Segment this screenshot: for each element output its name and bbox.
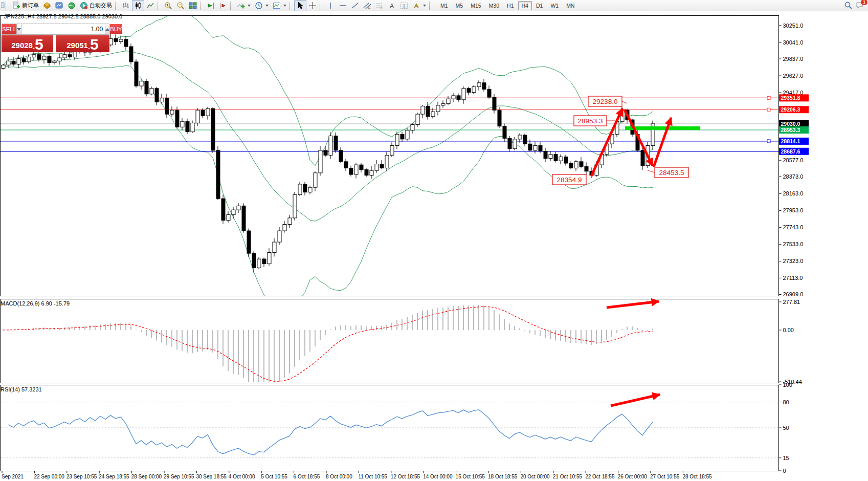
svg-text:28577.0: 28577.0	[783, 157, 804, 163]
timeframe-M1[interactable]: M1	[437, 1, 452, 10]
horizontal-line-tool-button[interactable]	[337, 0, 349, 11]
timeframe-M5[interactable]: M5	[452, 1, 467, 10]
candlestick-chart-button[interactable]	[132, 0, 144, 11]
globe-icon	[68, 2, 76, 10]
clipped-window-icon	[1, 1, 5, 10]
chart-window-button[interactable]	[53, 0, 65, 11]
svg-text:0.00: 0.00	[783, 327, 794, 333]
globe-button[interactable]	[65, 0, 78, 11]
svg-text:11 Oct 10:55: 11 Oct 10:55	[358, 474, 387, 479]
search-icon	[844, 1, 853, 10]
buy-price-big: 5	[90, 37, 99, 52]
sell-price-big: 5	[35, 37, 43, 52]
bar-chart-button[interactable]	[120, 0, 132, 11]
svg-text:277.81: 277.81	[783, 299, 800, 305]
templates-icon	[273, 2, 281, 10]
toolbar-separator	[6, 2, 8, 10]
chevron-down-icon	[283, 5, 286, 7]
svg-text:29627.0: 29627.0	[783, 73, 804, 79]
mt4-window: 新订单 自动交	[0, 0, 868, 481]
zoom-out-icon	[176, 2, 185, 10]
macd-panel	[3, 305, 653, 388]
svg-text:28 Oct 18:55: 28 Oct 18:55	[682, 474, 712, 479]
zoom-out-button[interactable]	[174, 0, 187, 11]
svg-text:27113.0: 27113.0	[783, 275, 803, 281]
chart-shift-icon	[219, 2, 227, 10]
package-button[interactable]	[41, 0, 53, 11]
arrows-tool-button[interactable]	[410, 0, 428, 11]
vertical-line-icon	[326, 2, 335, 10]
line-chart-button[interactable]	[144, 0, 157, 11]
indicators-button[interactable]	[235, 0, 253, 11]
volume-decrease-button[interactable]	[16, 24, 21, 34]
auto-trading-button[interactable]: 自动交易	[78, 0, 114, 11]
rsi-axis: 1008050150	[779, 382, 792, 474]
timeframe-H1[interactable]: H1	[503, 1, 517, 10]
chart-ohlc-title: JPN225-,H4 28927.5 29042.5 28885.0 29030…	[4, 13, 122, 19]
toolbar-separator	[320, 2, 322, 10]
text-label-tool-button[interactable]: T	[398, 0, 410, 11]
timeframe-D1[interactable]: D1	[532, 1, 546, 10]
macd-indicator-label: MACD(12,26,9) 6.90 -15.79	[1, 300, 70, 307]
text-tool-button[interactable]: A	[386, 0, 398, 11]
svg-text:27 Oct 10:55: 27 Oct 10:55	[650, 474, 680, 479]
tile-windows-button[interactable]	[187, 0, 199, 11]
timeframe-M30[interactable]: M30	[485, 1, 503, 10]
svg-text:14 Oct 00:00: 14 Oct 00:00	[423, 474, 453, 479]
timeframe-W1[interactable]: W1	[547, 1, 562, 10]
text-icon: A	[388, 2, 396, 10]
channel-tool-button[interactable]: E	[361, 0, 373, 11]
svg-text:24 Sep 18:55: 24 Sep 18:55	[99, 474, 129, 479]
search-button[interactable]	[844, 1, 853, 11]
price-lines: 29351.829206.329030.028953.328814.128687…	[1, 94, 809, 155]
sell-price-main: 29028	[11, 40, 33, 51]
horizontal-line-icon	[339, 2, 347, 10]
zoom-in-button[interactable]	[162, 0, 174, 11]
svg-text:27533.0: 27533.0	[783, 241, 804, 247]
notifications-button[interactable]: 1	[856, 1, 865, 10]
svg-text:27323.0: 27323.0	[783, 258, 804, 264]
price-annotation-text: 28453.5	[659, 169, 684, 177]
buy-button[interactable]: BUY	[110, 24, 122, 34]
svg-text:29030.0: 29030.0	[781, 121, 800, 127]
svg-text:5 Oct 10:55: 5 Oct 10:55	[261, 474, 287, 479]
chart-canvas[interactable]: 30251.030041.029837.029627.029417.028577…	[0, 0, 868, 481]
zoom-in-icon	[164, 2, 172, 10]
svg-text:30251.0: 30251.0	[783, 23, 804, 29]
rsi-indicator-label: RSI(14) 57.3231	[1, 386, 42, 392]
svg-text:20 Oct 00:00: 20 Oct 00:00	[520, 474, 550, 479]
cursor-tool-button[interactable]	[294, 0, 306, 11]
price-axis: 30251.030041.029837.029627.029417.028577…	[779, 23, 804, 297]
toolbar-separator	[290, 2, 292, 10]
sell-button[interactable]: SELL	[2, 24, 16, 34]
auto-scroll-button[interactable]	[205, 0, 217, 11]
line-chart-icon	[146, 2, 154, 10]
triangle-up-icon	[105, 28, 109, 31]
trendline-tool-button[interactable]	[349, 0, 361, 11]
templates-button[interactable]	[271, 0, 288, 11]
timeframe-H4[interactable]: H4	[518, 1, 532, 10]
crosshair-tool-button[interactable]	[306, 0, 319, 11]
trend-arrow	[607, 301, 659, 308]
chart-window-icon	[55, 2, 63, 10]
chart-shift-button[interactable]	[217, 0, 229, 11]
periods-button[interactable]	[253, 0, 271, 11]
buy-price-display[interactable]: 29051.5	[56, 35, 109, 52]
svg-text:12 Oct 18:55: 12 Oct 18:55	[391, 474, 420, 479]
vertical-line-tool-button[interactable]	[324, 0, 337, 11]
one-click-trade-panel: SELL BUY 29028.5 29051.5	[2, 24, 109, 52]
svg-text:28687.6: 28687.6	[781, 148, 800, 155]
timeframe-M15[interactable]: M15	[467, 1, 484, 10]
sell-price-display[interactable]: 29028.5	[2, 35, 53, 52]
svg-text:26 Oct 00:00: 26 Oct 00:00	[618, 474, 648, 479]
volume-increase-button[interactable]	[105, 24, 110, 34]
new-order-button[interactable]: 新订单	[10, 0, 41, 11]
package-icon	[43, 2, 51, 10]
toolbar-separator	[230, 2, 233, 10]
timeframe-MN[interactable]: MN	[563, 1, 578, 10]
triangle-down-icon	[17, 28, 21, 31]
volume-input[interactable]	[21, 24, 105, 34]
fibonacci-tool-button[interactable]: F	[373, 0, 386, 11]
candles	[2, 34, 655, 273]
candlestick-chart-icon	[134, 2, 142, 10]
